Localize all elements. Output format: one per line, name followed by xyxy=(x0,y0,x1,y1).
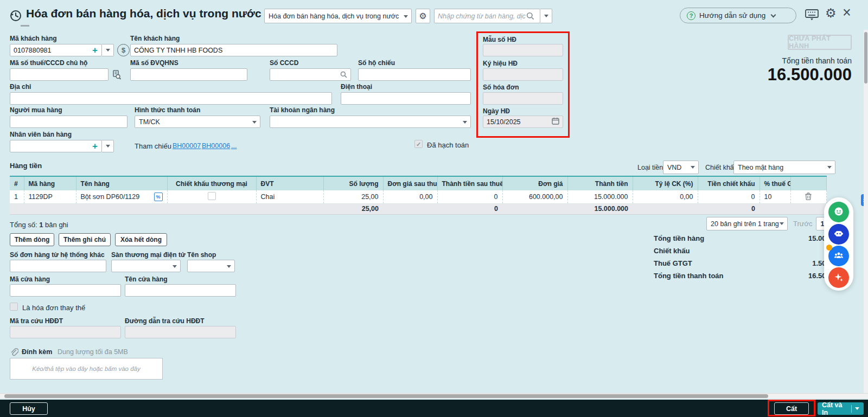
customer-code-dropdown-button[interactable] xyxy=(102,44,114,56)
invoice-symbol-label: Ký hiệu HĐ xyxy=(483,60,518,67)
invoice-date-label: Ngày HĐ xyxy=(483,107,510,115)
col-qty: Số lượng xyxy=(323,176,383,190)
lookup-code-input xyxy=(10,326,121,338)
col-amount: Thành tiền xyxy=(567,176,633,190)
save-button[interactable]: Cất xyxy=(774,402,809,415)
discount-mode-value: Theo mặt hàng xyxy=(738,164,783,171)
posted-checkbox[interactable] xyxy=(414,140,423,148)
add-row-button[interactable]: Thêm dòng xyxy=(10,233,54,246)
table-row[interactable]: 1 1129DP Bột sơn DP60/1129 % Chai 25,00 … xyxy=(10,190,826,203)
cell-item-code[interactable]: 1129DP xyxy=(24,190,76,203)
trash-icon[interactable] xyxy=(805,194,812,202)
currency-label: Loại tiền xyxy=(637,164,663,171)
doc-settings-button[interactable]: ⚙ xyxy=(416,9,430,23)
total-payment-label: Tổng tiền thanh toán xyxy=(654,272,724,280)
tax-code-label: Mã số thuế/CCCD chủ hộ xyxy=(10,59,87,67)
vertical-scrollbar-thumb[interactable] xyxy=(864,32,867,84)
summary-amount: 15.000.000 xyxy=(567,203,633,214)
reference-link-1[interactable]: BH00007 xyxy=(173,142,201,150)
gear-icon: ⚙ xyxy=(419,11,426,21)
payment-method-select[interactable]: TM/CK xyxy=(135,116,260,128)
cccd-search-icon[interactable] xyxy=(340,71,347,80)
store-code-label: Mã cửa hàng xyxy=(10,275,50,283)
items-table: # Mã hàng Tên hàng Chiết khấu thương mại… xyxy=(10,176,827,215)
vertical-scrollbar[interactable] xyxy=(864,30,868,393)
col-vat-rate: % thuế GTGT xyxy=(760,176,790,190)
cell-amount-after-tax[interactable]: 0 xyxy=(437,190,502,203)
keyboard-shortcuts-icon[interactable] xyxy=(805,9,819,23)
cell-qty[interactable]: 25,00 xyxy=(323,190,383,203)
cell-price[interactable]: 600.000,00 xyxy=(502,190,567,203)
cell-item-name[interactable]: Bột sơn DP60/1129 % xyxy=(76,190,167,203)
col-item-name: Tên hàng xyxy=(76,176,167,190)
cccd-input[interactable] xyxy=(270,68,351,81)
robot-icon xyxy=(833,228,845,241)
add-customer-icon[interactable]: + xyxy=(92,46,98,55)
cell-discount-rate[interactable]: 0,00 xyxy=(633,190,698,203)
invoice-date-input[interactable]: 15/10/2025 xyxy=(483,116,563,128)
external-order-input[interactable] xyxy=(10,260,106,272)
search-input[interactable] xyxy=(434,9,540,23)
invoice-symbol-input xyxy=(483,68,563,81)
delete-all-rows-button[interactable]: Xóa hết dòng xyxy=(115,233,167,246)
close-icon[interactable]: × xyxy=(843,4,851,21)
store-name-input[interactable] xyxy=(125,284,236,297)
add-salesperson-icon[interactable]: + xyxy=(92,142,98,151)
cancel-button[interactable]: Hủy xyxy=(10,402,48,415)
total-goods-label: Tổng tiền hàng xyxy=(654,234,704,242)
tax-lookup-icon[interactable] xyxy=(111,69,122,81)
replacement-invoice-checkbox[interactable] xyxy=(10,303,18,311)
history-icon[interactable] xyxy=(9,9,23,24)
shop-name-select[interactable] xyxy=(187,260,235,272)
chevron-down-icon xyxy=(106,145,110,147)
doc-type-select[interactable]: Hóa đơn bán hàng hóa, dịch vụ trong nước xyxy=(264,9,412,23)
tax-code-input[interactable] xyxy=(10,68,108,81)
add-note-button[interactable]: Thêm ghi chú xyxy=(59,233,111,246)
phone-input[interactable] xyxy=(341,92,471,105)
col-no: # xyxy=(10,176,24,190)
reference-label: Tham chiếu xyxy=(135,142,171,150)
cell-vat-rate[interactable]: 10 xyxy=(760,190,790,203)
passport-input[interactable] xyxy=(358,68,471,81)
salesperson-label: Nhân viên bán hàng xyxy=(10,131,72,138)
currency-select[interactable]: VND xyxy=(663,161,699,174)
calendar-icon[interactable] xyxy=(552,117,559,126)
status-badge: CHƯA PHÁT HÀNH xyxy=(788,35,852,50)
customer-code-input[interactable] xyxy=(10,44,102,56)
ai-bot-button[interactable] xyxy=(828,224,849,245)
platform-select[interactable] xyxy=(111,260,181,272)
customer-code-label: Mã khách hàng xyxy=(10,35,57,42)
reference-link-more[interactable]: ... xyxy=(231,142,237,150)
search-options-button[interactable] xyxy=(540,9,552,23)
horizontal-scrollbar-thumb[interactable] xyxy=(4,394,768,398)
store-code-input[interactable] xyxy=(10,284,121,297)
file-dropzone[interactable]: Kéo/thả tệp vào đây hoặc bấm vào đây xyxy=(10,358,163,380)
settings-gear-icon[interactable]: ⚙ xyxy=(825,6,837,21)
help-guide-button[interactable]: ? Hướng dẫn sử dụng xyxy=(680,8,796,23)
cell-amount[interactable]: 15.000.000 xyxy=(567,190,633,203)
page-size-select[interactable]: 20 bản ghi trên 1 trang xyxy=(706,217,788,230)
salesperson-input[interactable] xyxy=(10,140,102,152)
salesperson-dropdown-button[interactable] xyxy=(102,140,114,152)
address-input[interactable] xyxy=(10,92,332,105)
invoice-template-input xyxy=(483,44,563,56)
buyer-input[interactable] xyxy=(10,116,127,128)
ai-sparkle-button[interactable] xyxy=(828,267,849,288)
total-discount-label: Chiết khấu xyxy=(654,247,690,255)
budget-code-input[interactable] xyxy=(130,68,247,81)
chat-assistant-button[interactable] xyxy=(828,202,849,222)
dollar-icon[interactable]: $ xyxy=(117,44,130,56)
trade-discount-checkbox[interactable] xyxy=(208,192,216,200)
customer-name-input[interactable] xyxy=(130,44,337,56)
cell-discount-amount[interactable]: 0 xyxy=(698,190,760,203)
reference-link-2[interactable]: BH00006 xyxy=(202,142,230,150)
horizontal-scrollbar[interactable] xyxy=(0,393,868,399)
discount-mode-select[interactable]: Theo mặt hàng xyxy=(733,161,835,174)
percent-document-icon[interactable]: % xyxy=(154,193,163,201)
cell-no: 1 xyxy=(10,190,24,203)
pagination-prev[interactable]: Trước xyxy=(793,220,813,228)
cell-unit[interactable]: Chai xyxy=(256,190,323,203)
bank-account-select[interactable] xyxy=(270,116,471,128)
cell-price-after-tax[interactable]: 0,00 xyxy=(383,190,437,203)
save-and-print-button[interactable]: Cất và In xyxy=(818,402,864,415)
